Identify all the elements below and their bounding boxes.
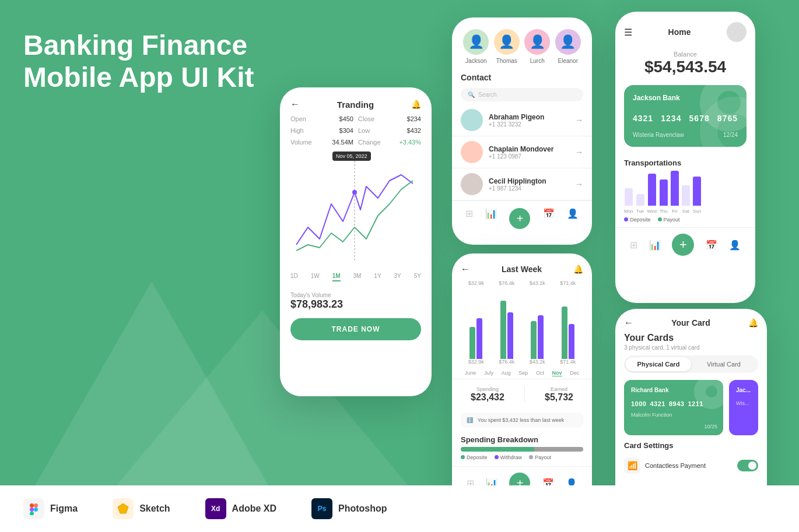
grid-icon[interactable]: ⊞: [465, 208, 473, 229]
contact-section-title: Contact: [452, 70, 592, 85]
trading-title: Tranding: [337, 100, 374, 110]
calendar-icon[interactable]: 📅: [706, 239, 717, 251]
your-card-title: Your Card: [671, 318, 710, 327]
stat-open: Open $450: [290, 115, 353, 122]
fab-button[interactable]: +: [672, 234, 694, 256]
spending-summary: Spending $23,432 Earned $5,732: [452, 379, 592, 410]
ps-icon: Ps: [311, 498, 332, 519]
svg-point-6: [34, 508, 38, 512]
info-icon: ℹ️: [467, 417, 473, 423]
stat-volume: Volume 34.54M: [290, 139, 353, 146]
bar-chart: [452, 289, 592, 359]
balance-section: Balance $54,543.54: [615, 45, 755, 85]
cards-subtitle: 3 physical card, 1 virtual card: [615, 344, 767, 355]
your-card-header: ← Your Card 🔔: [615, 309, 767, 333]
volume-value: $78,983.23: [290, 298, 421, 311]
chart-icon[interactable]: 📊: [485, 208, 497, 229]
phone-home: ☰ Home Balance $54,543.54 Jackson Bank 4…: [615, 12, 755, 303]
contact-row-3[interactable]: Cecil Hipplington +1 987 1234 →: [452, 168, 592, 200]
contact-arrow-icon: →: [575, 147, 583, 157]
home-label: Home: [668, 27, 691, 37]
contact-row-1[interactable]: Abraham Pigeon +1 321 3232 →: [452, 104, 592, 136]
svg-rect-3: [34, 503, 38, 508]
transport-legend: Deposite Payout: [615, 217, 755, 227]
card-settings-title: Card Settings: [615, 435, 767, 453]
card-holder: Wisteria Ravenclaw: [633, 132, 738, 138]
bell-icon[interactable]: 🔔: [748, 318, 758, 327]
trade-now-button[interactable]: TRADE NOW: [290, 318, 421, 340]
back-button[interactable]: ←: [461, 264, 470, 274]
adobe-xd-tool[interactable]: Xd Adobe XD: [205, 498, 276, 519]
chart-icon[interactable]: 📊: [649, 239, 661, 251]
last-week-title: Last Week: [502, 265, 542, 274]
info-row: ℹ️ You spent $3,432 less than last week: [461, 413, 583, 428]
figma-tool[interactable]: Figma: [23, 498, 78, 519]
photoshop-tool[interactable]: Ps Photoshop: [311, 498, 387, 519]
stat-close: Close $234: [358, 115, 421, 122]
svg-rect-5: [30, 512, 34, 515]
balance-value: $54,543.54: [615, 58, 755, 76]
person-icon[interactable]: 👤: [567, 208, 579, 229]
contact-arrow-icon: →: [575, 179, 583, 189]
tab-virtual-card[interactable]: Virtual Card: [691, 357, 756, 371]
volume-section: Today's Volume $78,983.23: [280, 286, 432, 313]
contactless-icon: 📶: [624, 457, 640, 474]
your-cards-label: Your Cards: [624, 333, 758, 343]
hamburger-icon[interactable]: ☰: [624, 27, 632, 38]
xd-label: Adobe XD: [232, 503, 276, 514]
hero-section: Banking Finance Mobile App UI Kit: [23, 29, 254, 93]
search-icon: 🔍: [468, 91, 475, 98]
sketch-tool[interactable]: Sketch: [113, 498, 170, 519]
chart-date: Nov 05, 2022: [332, 152, 371, 161]
bar-bottom-values: $32.9k$76.4k$43.2k$71.4k: [452, 359, 592, 365]
xd-icon: Xd: [205, 498, 226, 519]
contactless-toggle[interactable]: [737, 460, 758, 471]
breakdown-bar: [461, 447, 583, 452]
balance-label: Balance: [615, 51, 755, 58]
cards-scroll: Richard Bank 1000432189431211 Malcolm Fu…: [615, 380, 767, 435]
avatar-lurch[interactable]: 👤 Lurch: [524, 29, 550, 64]
sketch-label: Sketch: [139, 503, 170, 514]
stat-high: High $304: [290, 127, 353, 134]
person-icon[interactable]: 👤: [729, 239, 741, 251]
figma-icon: [23, 498, 44, 519]
contactless-setting[interactable]: 📶 Contactless Payment: [615, 453, 767, 478]
avatar-eleanor[interactable]: 👤 Eleanor: [555, 29, 581, 64]
recent-contacts: 👤 Jackson 👤 Thomas 👤 Lurch 👤 Eleanor: [452, 17, 592, 70]
user-avatar[interactable]: [727, 22, 747, 42]
card-expiry: 12/24: [723, 132, 738, 138]
time-filters: 1D 1W 1M 3M 1Y 3Y 5Y: [280, 268, 432, 286]
bell-icon[interactable]: 🔔: [573, 265, 583, 274]
search-bar[interactable]: 🔍 Search: [461, 88, 583, 101]
bank-card[interactable]: Jackson Bank 4321123456788765 Wisteria R…: [624, 85, 747, 147]
search-placeholder: Search: [478, 91, 497, 98]
bell-icon[interactable]: 🔔: [411, 100, 421, 109]
ps-label: Photoshop: [338, 503, 387, 514]
month-labels: June July Aug Sep Oct Nov Dec: [452, 368, 592, 379]
phone-contacts: 👤 Jackson 👤 Thomas 👤 Lurch 👤 Eleanor Con…: [452, 17, 592, 245]
home-header: ☰ Home: [615, 12, 755, 45]
avatar-thomas[interactable]: 👤 Thomas: [494, 29, 520, 64]
back-button[interactable]: ←: [624, 318, 633, 328]
fab-button[interactable]: +: [509, 208, 530, 229]
transport-chart: Mon Tue Wed Thu Fri Sat Sun: [615, 170, 755, 217]
grid-icon[interactable]: ⊞: [630, 239, 637, 251]
svg-rect-2: [30, 503, 34, 508]
figma-label: Figma: [50, 503, 78, 514]
hero-title: Banking Finance Mobile App UI Kit: [23, 29, 254, 93]
bottom-nav: ⊞ 📊 + 📅 👤: [452, 200, 592, 236]
contact-row-2[interactable]: Chaplain Mondover +1 123 0987 →: [452, 136, 592, 168]
bottom-toolbar: Figma Sketch Xd Adobe XD Ps Photoshop: [0, 485, 799, 532]
back-button[interactable]: ←: [290, 99, 300, 110]
stat-change: Change +3.43%: [358, 139, 421, 146]
transportations-title: Transportations: [615, 156, 755, 170]
breakdown-legend: Deposite Withdraw Payout: [452, 452, 592, 463]
tab-physical-card[interactable]: Physical Card: [626, 357, 691, 371]
mini-card-purple[interactable]: Jac... Wis...: [729, 380, 758, 435]
calendar-icon[interactable]: 📅: [543, 208, 555, 229]
stat-low: Low $432: [358, 127, 421, 134]
bottom-nav-4: ⊞ 📊 + 📅 👤: [615, 227, 755, 262]
svg-rect-4: [30, 508, 34, 512]
avatar-jackson[interactable]: 👤 Jackson: [463, 29, 489, 64]
mini-card-green[interactable]: Richard Bank 1000432189431211 Malcolm Fu…: [624, 380, 723, 435]
